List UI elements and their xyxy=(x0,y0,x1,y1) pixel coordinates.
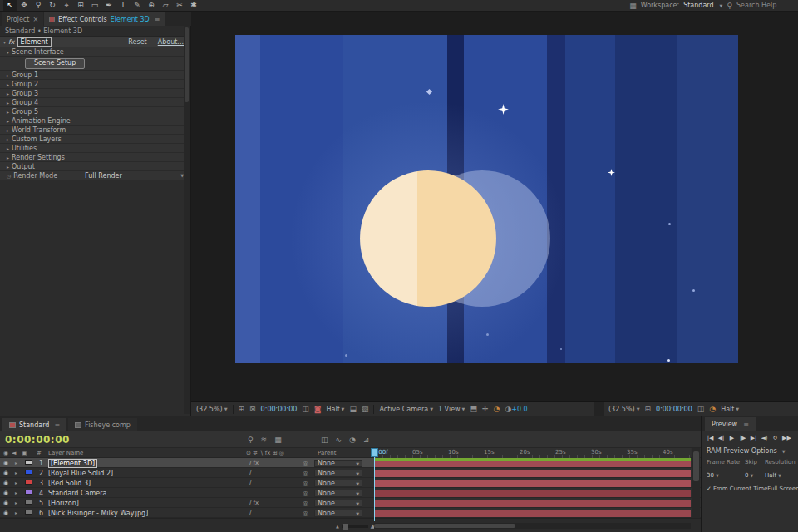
expander-icon[interactable]: ▸ xyxy=(15,470,17,475)
collapse-arrow-icon[interactable]: ▸ xyxy=(7,91,9,96)
collapse-arrow-icon[interactable]: ▸ xyxy=(7,109,9,115)
current-time-indicator-line[interactable] xyxy=(374,448,375,521)
render-mode-row[interactable]: ◷ Render Mode Full Render ▼ xyxy=(0,171,190,180)
mini-flowchart-icon[interactable]: ≋ xyxy=(261,436,268,444)
grid-options-icon[interactable]: ⊞ xyxy=(239,405,245,413)
eye-icon[interactable]: ◉ xyxy=(3,480,8,486)
chevron-down-icon[interactable]: ▼ xyxy=(637,406,640,411)
render-mode-select[interactable]: Full Render xyxy=(85,172,122,180)
layer-name[interactable]: [Horizon] xyxy=(48,500,79,507)
label-chip[interactable] xyxy=(25,500,32,505)
ram-preview-button[interactable]: ▶▶ xyxy=(782,435,791,441)
puppet-pin-tool[interactable]: ✱ xyxy=(187,0,200,11)
layer-switches[interactable]: ∕ xyxy=(249,480,251,486)
layer-duration-bar[interactable] xyxy=(374,480,691,487)
scene-setup-button[interactable]: Scene Setup xyxy=(25,58,85,69)
panel-menu-icon[interactable]: ≡ xyxy=(743,421,749,428)
parent-select[interactable]: None▼ xyxy=(314,490,362,497)
tab-fisheye-comp[interactable]: Fisheye comp xyxy=(68,418,137,431)
zoom-out-icon[interactable]: ▲ xyxy=(336,524,339,529)
transparency-grid-icon[interactable]: ▨ xyxy=(362,405,369,413)
render-settings-row[interactable]: ▸Render Settings xyxy=(0,153,190,162)
layer-row-3[interactable]: ◉ ▸ 3 [Red Solid 3] ∕ ◎ None▼ xyxy=(0,478,701,488)
current-time-indicator-handle[interactable] xyxy=(371,448,378,457)
snapshot-icon[interactable]: ◫ xyxy=(697,405,705,413)
ram-preview-options[interactable]: RAM Preview Options ▼ xyxy=(702,441,798,455)
graph-editor-icon[interactable]: ⊿ xyxy=(363,436,370,444)
layer-row-5[interactable]: ◉ ▸ 5 [Horizon] ∕ fx ◎ None▼ xyxy=(0,498,701,508)
chevron-down-icon[interactable]: ▼ xyxy=(720,3,723,8)
layer-name[interactable]: [Element 3D] xyxy=(48,459,97,468)
frame-blend-icon[interactable]: ∿ xyxy=(336,436,342,444)
rulers-icon[interactable]: ✛ xyxy=(482,405,489,413)
eye-icon[interactable]: ◉ xyxy=(3,500,8,506)
collapse-arrow-icon[interactable]: ▸ xyxy=(7,155,9,160)
exposure-value[interactable]: +0.0 xyxy=(511,406,527,413)
resolution-select[interactable]: Half▼ xyxy=(765,472,781,479)
expander-icon[interactable]: ▸ xyxy=(15,460,17,466)
layer-switches[interactable]: ∕ fx xyxy=(249,460,259,466)
workspace-select[interactable]: Standard xyxy=(683,2,713,9)
parent-select[interactable]: None▼ xyxy=(314,460,362,467)
pickwhip-icon[interactable]: ◎ xyxy=(303,480,308,487)
layer-name[interactable]: [Royal Blue Solid 2] xyxy=(48,470,113,477)
eye-icon[interactable]: ◉ xyxy=(3,470,8,476)
expander-icon[interactable]: ▸ xyxy=(15,480,17,485)
label-chip[interactable] xyxy=(25,490,32,495)
shape-tool[interactable]: ▭ xyxy=(88,0,101,11)
magnification-select[interactable]: (32.5%) ▼ xyxy=(196,406,228,413)
roto-brush-tool[interactable]: ✂ xyxy=(173,0,186,11)
layer-switches[interactable]: ∕ xyxy=(249,470,251,476)
region-of-interest-icon[interactable]: ⬓ xyxy=(349,405,357,413)
parent-select[interactable]: None▼ xyxy=(314,480,362,487)
zoom-slider-handle[interactable] xyxy=(343,524,348,530)
parent-select[interactable]: None▼ xyxy=(314,470,362,477)
chevron-down-icon[interactable]: ▼ xyxy=(462,406,466,411)
composition-canvas[interactable] xyxy=(235,35,738,363)
current-time-display[interactable]: 0:00:00:00 xyxy=(5,434,70,446)
pickwhip-icon[interactable]: ◎ xyxy=(303,510,308,517)
fast-previews-icon[interactable]: ◔ xyxy=(494,405,500,413)
type-tool[interactable]: T xyxy=(116,0,130,11)
world-transform-row[interactable]: ▸World Transform xyxy=(0,126,190,135)
layer-duration-bar[interactable] xyxy=(374,510,691,517)
expander-icon[interactable]: ▸ xyxy=(15,490,17,495)
unified-camera-tool[interactable]: ⌖ xyxy=(60,0,73,11)
layer-duration-bar[interactable] xyxy=(374,490,691,497)
search-icon[interactable]: ⚲ xyxy=(248,436,254,444)
scrollbar-thumb[interactable] xyxy=(185,27,189,102)
eraser-tool[interactable]: ▱ xyxy=(159,0,172,11)
full-screen-checkbox[interactable]: Full Screen xyxy=(767,485,798,492)
scrollbar-thumb[interactable] xyxy=(693,451,699,481)
clone-stamp-tool[interactable]: ⊕ xyxy=(145,0,158,11)
panel-menu-icon[interactable]: ≡ xyxy=(155,16,160,23)
chevron-down-icon[interactable]: ▼ xyxy=(342,406,345,411)
guides-icon[interactable]: ⬒ xyxy=(470,405,477,413)
pickwhip-icon[interactable]: ◎ xyxy=(303,500,308,507)
label-chip[interactable] xyxy=(25,460,32,465)
close-icon[interactable]: × xyxy=(32,16,38,23)
collapse-arrow-icon[interactable]: ▸ xyxy=(7,72,9,78)
collapse-arrow-icon[interactable]: ▸ xyxy=(7,145,9,151)
timeline-horizontal-scrollbar[interactable] xyxy=(374,523,691,529)
animation-engine-row[interactable]: ▸Animation Engine xyxy=(0,116,190,126)
eye-icon[interactable]: ◉ xyxy=(3,490,8,496)
show-channel-icon[interactable]: ◙ xyxy=(314,405,322,413)
collapse-arrow-icon[interactable]: ▸ xyxy=(7,127,9,133)
from-current-time-checkbox[interactable]: ✓ From Current Time xyxy=(707,485,767,492)
pen-tool[interactable]: ✒ xyxy=(102,0,116,11)
layer-name[interactable]: [Nick Risinger - Milky Way.jpg] xyxy=(48,510,148,517)
output-row[interactable]: ▸Output xyxy=(0,162,190,171)
pickwhip-icon[interactable]: ◎ xyxy=(303,490,308,497)
layer-duration-bar[interactable] xyxy=(374,470,691,477)
effect-name[interactable]: Element xyxy=(17,37,52,47)
tab-project[interactable]: Project × xyxy=(2,12,43,26)
prev-frame-button[interactable]: ◀| xyxy=(717,435,725,441)
group-row-1[interactable]: ▸Group 1 xyxy=(0,71,190,80)
group-row-4[interactable]: ▸Group 4 xyxy=(0,98,190,107)
draft-3d-icon[interactable]: ▦ xyxy=(274,436,282,444)
expand-arrow-icon[interactable]: ▾ xyxy=(3,39,6,45)
hide-shy-icon[interactable]: ◫ xyxy=(321,436,328,444)
viewer-timecode[interactable]: 0:00:00:00 xyxy=(261,406,298,413)
last-frame-button[interactable]: ▶| xyxy=(750,435,757,441)
